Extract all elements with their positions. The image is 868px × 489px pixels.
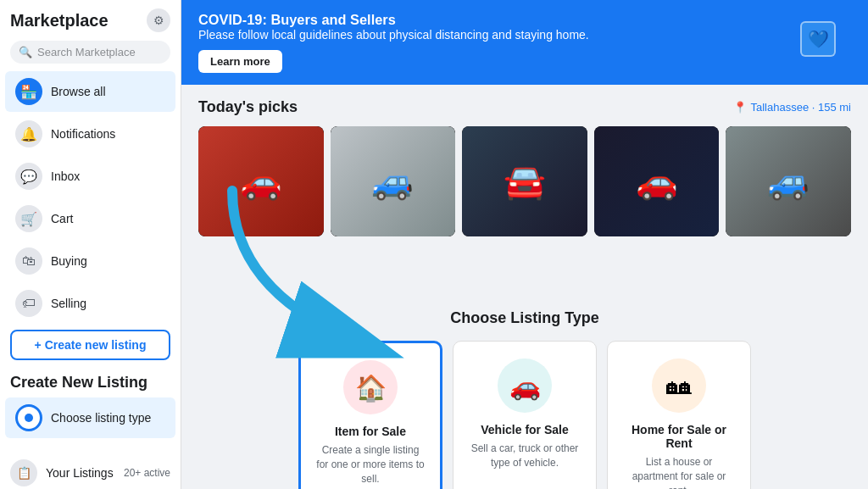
- home-for-sale-rent-name: Home for Sale or Rent: [621, 423, 737, 450]
- car-image-5: 🚙: [726, 126, 851, 236]
- buying-icon: 🛍: [15, 247, 42, 275]
- search-icon: 🔍: [19, 46, 32, 58]
- home-for-sale-rent-icon: 🏘: [652, 358, 706, 413]
- sidebar-item-inbox[interactable]: 💬 Inbox: [5, 156, 175, 197]
- picks-location: 📍 Tallahassee · 155 mi: [733, 101, 851, 114]
- choose-type-circle: [15, 404, 42, 431]
- sidebar-item-inbox-label: Inbox: [51, 169, 80, 183]
- covid-banner: COVID-19: Buyers and Sellers Please foll…: [181, 0, 868, 85]
- picks-header: Today's picks 📍 Tallahassee · 155 mi: [198, 98, 851, 116]
- search-input[interactable]: [37, 46, 162, 58]
- create-new-listing-section-title: Create New Listing: [0, 365, 181, 397]
- covid-icon: 💙: [800, 21, 851, 64]
- item-for-sale-icon: 🏠: [343, 360, 398, 414]
- covid-shield-icon: 💙: [800, 21, 836, 57]
- sidebar-title: Marketplace: [10, 11, 108, 31]
- car-image-4: 🚗: [594, 126, 720, 236]
- sidebar-item-notifications-label: Notifications: [51, 127, 115, 141]
- sidebar-item-buying-label: Buying: [51, 254, 87, 268]
- item-for-sale-name: Item for Sale: [314, 425, 426, 438]
- sidebar-item-your-listings[interactable]: 📋 Your Listings 20+ active: [0, 453, 181, 489]
- sidebar-item-selling[interactable]: 🏷 Selling: [5, 283, 175, 324]
- sidebar-item-cart-label: Cart: [51, 212, 73, 225]
- sidebar-header: Marketplace ⚙: [0, 0, 181, 37]
- covid-banner-description: Please follow local guidelines about phy…: [198, 28, 589, 42]
- vehicle-for-sale-desc: Sell a car, truck or other type of vehic…: [467, 442, 582, 470]
- notifications-icon: 🔔: [15, 120, 42, 147]
- listing-type-cards: 🏠 Item for Sale Create a single listing …: [198, 341, 851, 489]
- choose-listing-title: Choose Listing Type: [198, 309, 851, 327]
- sidebar-item-cart[interactable]: 🛒 Cart: [5, 198, 175, 239]
- home-for-sale-rent-desc: List a house or apartment for sale or re…: [621, 455, 737, 489]
- your-listings-label: Your Listings: [46, 466, 115, 480]
- sidebar-item-browse-all[interactable]: 🏪 Browse all: [5, 71, 175, 112]
- search-bar[interactable]: 🔍: [10, 41, 170, 64]
- create-new-listing-button[interactable]: + Create new listing: [10, 330, 170, 360]
- choose-listing-section: Choose Listing Type 🏠 Item for Sale Crea…: [181, 292, 868, 489]
- inbox-icon: 💬: [15, 163, 42, 190]
- selling-icon: 🏷: [15, 290, 42, 317]
- your-listings-icon: 📋: [10, 459, 37, 486]
- listing-type-vehicle-for-sale[interactable]: 🚗 Vehicle for Sale Sell a car, truck or …: [453, 341, 597, 489]
- car-image-2: 🚙: [331, 126, 456, 236]
- pick-card-2[interactable]: 🚙: [331, 126, 456, 236]
- learn-more-button[interactable]: Learn more: [198, 50, 282, 73]
- vehicle-for-sale-name: Vehicle for Sale: [467, 423, 582, 436]
- gear-button[interactable]: ⚙: [147, 8, 170, 32]
- location-pin-icon: 📍: [733, 101, 747, 114]
- gear-icon: ⚙: [153, 14, 164, 27]
- browse-all-icon: 🏪: [15, 78, 42, 105]
- listing-type-item-for-sale[interactable]: 🏠 Item for Sale Create a single listing …: [298, 341, 442, 489]
- sidebar: Marketplace ⚙ 🔍 🏪 Browse all 🔔 Notificat…: [0, 0, 181, 489]
- cart-icon: 🛒: [15, 205, 42, 232]
- picks-grid: 🚗 🚙 🚘 🚗 🚙: [198, 126, 851, 236]
- todays-picks-section: Today's picks 📍 Tallahassee · 155 mi 🚗 🚙…: [181, 85, 868, 250]
- covid-banner-title: COVID-19: Buyers and Sellers: [198, 12, 589, 28]
- item-for-sale-desc: Create a single listing for one or more …: [314, 443, 426, 486]
- pick-card-3[interactable]: 🚘: [462, 126, 587, 236]
- pick-card-1[interactable]: 🚗: [198, 126, 324, 236]
- sidebar-item-browse-all-label: Browse all: [51, 85, 106, 98]
- sidebar-item-buying[interactable]: 🛍 Buying: [5, 241, 175, 281]
- sidebar-item-notifications[interactable]: 🔔 Notifications: [5, 114, 175, 154]
- choose-listing-type-label: Choose listing type: [51, 411, 151, 425]
- pick-card-4[interactable]: 🚗: [594, 126, 720, 236]
- your-listings-badge: 20+ active: [124, 467, 170, 479]
- listing-type-home-for-sale-rent[interactable]: 🏘 Home for Sale or Rent List a house or …: [607, 341, 751, 489]
- car-image-3: 🚘: [462, 126, 587, 236]
- car-image-1: 🚗: [198, 126, 324, 236]
- vehicle-for-sale-icon: 🚗: [498, 358, 552, 413]
- choose-type-dot: [25, 414, 33, 422]
- covid-banner-text: COVID-19: Buyers and Sellers Please foll…: [198, 12, 589, 73]
- sidebar-item-selling-label: Selling: [51, 297, 86, 310]
- pick-card-5[interactable]: 🚙: [726, 126, 851, 236]
- picks-title: Today's picks: [198, 98, 298, 116]
- main-content: COVID-19: Buyers and Sellers Please foll…: [181, 0, 868, 489]
- sidebar-choose-listing-type[interactable]: Choose listing type: [5, 397, 175, 438]
- picks-location-text: Tallahassee · 155 mi: [750, 101, 851, 114]
